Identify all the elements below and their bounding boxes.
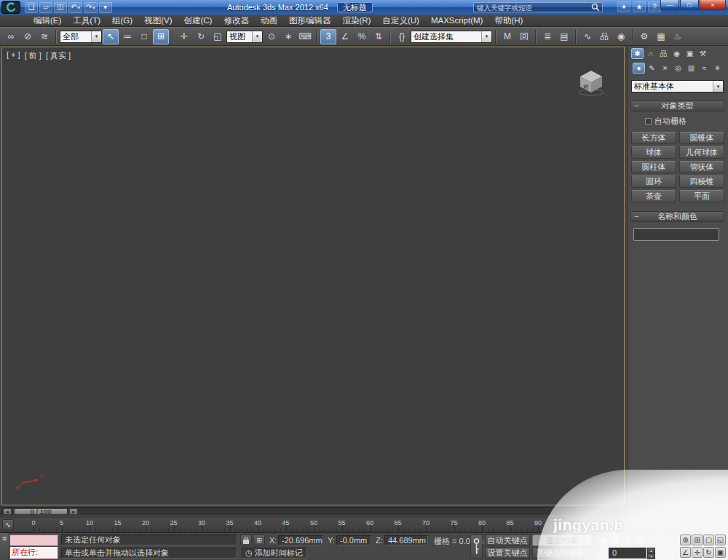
select-and-manipulate-icon[interactable]: ∗ [280, 29, 296, 44]
viewport-shading-menu[interactable]: [ 真实 ] [46, 50, 71, 61]
edit-named-selection-sets-icon[interactable]: {} [394, 29, 410, 44]
tab-display-icon[interactable]: ▣ [684, 48, 696, 59]
current-frame-field[interactable]: 0 [609, 548, 646, 559]
selection-filter-dropdown[interactable]: 全部▾ [60, 31, 102, 43]
time-slider-track[interactable]: ◂ 0 / 100 ▸ [1, 507, 623, 516]
bind-to-space-warp-icon[interactable]: ≋ [36, 29, 52, 44]
tab-utilities-icon[interactable]: ⚒ [697, 48, 709, 59]
tab-modify-icon[interactable]: ∩ [644, 48, 657, 59]
z-coordinate-field[interactable]: 44.689mm [384, 535, 428, 545]
named-selection-sets-dropdown[interactable]: 创建选择集▾ [411, 31, 492, 43]
maxscript-listener-line[interactable]: 所在行: [9, 547, 58, 559]
reference-coordinate-system-dropdown[interactable]: 视图▾ [226, 31, 263, 43]
select-and-scale-icon[interactable]: ◱ [210, 29, 226, 44]
category-lights-icon[interactable]: ☀ [659, 63, 671, 74]
macro-recorder-line[interactable] [9, 535, 58, 546]
primitive-button-pyramid[interactable]: 四棱锥 [679, 176, 724, 188]
select-object-icon[interactable]: ↖ [103, 29, 119, 44]
graphite-modeling-tools-icon[interactable]: ▤ [556, 29, 572, 44]
open-file-button[interactable]: ▱ [39, 2, 52, 13]
primitive-button-sphere[interactable]: 球体 [631, 146, 676, 159]
unlink-selection-icon[interactable]: ⊘ [20, 29, 36, 44]
set-key-mode-toggle[interactable]: 设置关键点 [485, 547, 530, 559]
keyboard-shortcut-override-icon[interactable]: ⌨ [297, 29, 313, 44]
menu-views[interactable]: 视图(V) [138, 15, 178, 26]
primitive-button-cylinder[interactable]: 圆柱体 [631, 161, 676, 173]
project-folder-button[interactable]: ▾ [99, 2, 112, 13]
autogrid-checkbox[interactable] [645, 118, 652, 125]
zoom-extents-icon[interactable]: ▢ [703, 535, 714, 545]
mirror-icon[interactable]: M [499, 29, 515, 44]
primitive-button-plane[interactable]: 平面 [679, 190, 724, 202]
spinner-down-icon[interactable]: ▾ [647, 553, 655, 559]
menu-group[interactable]: 组(G) [106, 15, 138, 26]
search-icon[interactable] [591, 3, 600, 12]
time-slider-handle[interactable]: 0 / 100 [14, 508, 68, 515]
primitive-button-torus[interactable]: 圆环 [631, 176, 676, 188]
set-keys-button[interactable] [470, 535, 483, 559]
window-crossing-icon[interactable]: ⊞ [153, 29, 169, 44]
save-file-button[interactable]: ◫ [54, 2, 67, 13]
object-name-field[interactable] [633, 228, 719, 241]
spinner-snap-icon[interactable]: ⇅ [371, 29, 387, 44]
field-of-view-icon[interactable]: ∠ [680, 547, 691, 558]
menu-modifiers[interactable]: 修改器 [218, 15, 255, 26]
snaps-toggle-3d-icon[interactable]: 3 [320, 29, 336, 44]
category-helpers-icon[interactable]: ▥ [685, 63, 697, 74]
menu-maxscript[interactable]: MAXScript(M) [425, 15, 489, 26]
add-time-tag[interactable]: ◷ 添加时间标记 [242, 548, 307, 559]
menu-help[interactable]: 帮助(H) [488, 15, 529, 26]
menu-create[interactable]: 创建(C) [178, 15, 218, 26]
spinner-up-icon[interactable]: ▴ [647, 548, 655, 553]
auto-key-toggle[interactable]: 自动关键点 [485, 535, 530, 546]
material-editor-icon[interactable]: ◉ [613, 29, 629, 44]
rollout-name-and-color[interactable]: − 名称和颜色 [630, 211, 724, 222]
primitive-button-geosphere[interactable]: 几何球体 [679, 146, 724, 159]
curve-editor-icon[interactable]: ∿ [579, 29, 596, 44]
viewcube[interactable]: 前 [573, 66, 609, 100]
category-geometry-icon[interactable]: ● [633, 63, 645, 74]
layer-manager-icon[interactable]: ≣ [539, 29, 555, 44]
menu-rendering[interactable]: 渲染(R) [336, 15, 376, 26]
minimize-button[interactable]: — [660, 0, 679, 10]
pan-view-icon[interactable]: ✛ [692, 547, 703, 558]
new-scene-button[interactable]: ❏ [25, 2, 38, 13]
rollout-object-type[interactable]: − 对象类型 [630, 100, 724, 111]
render-setup-icon[interactable]: ⚙ [636, 29, 652, 44]
zoom-icon[interactable]: ⊕ [680, 535, 691, 545]
select-and-move-icon[interactable]: ✛ [176, 29, 192, 44]
app-logo-button[interactable] [1, 1, 20, 14]
schematic-view-icon[interactable]: 品 [596, 29, 612, 44]
viewport[interactable]: [ + ] [ 前 ] [ 真实 ] 前 x y [1, 47, 625, 505]
zoom-all-icon[interactable]: ⊞ [692, 535, 703, 545]
select-by-name-icon[interactable]: ≔ [119, 29, 135, 44]
close-button[interactable]: × [700, 0, 726, 10]
use-pivot-point-center-icon[interactable]: ⊙ [264, 29, 280, 44]
selection-lock-toggle[interactable] [240, 535, 252, 545]
tab-create-icon[interactable]: ✱ [631, 48, 644, 59]
maxscript-mini-listener-strip[interactable]: ≣ [0, 533, 9, 560]
percent-snap-icon[interactable]: % [354, 29, 370, 44]
previous-frame-arrow[interactable]: ◂ [3, 508, 12, 515]
frame-spinner[interactable]: ▴ ▾ [647, 548, 655, 559]
open-mini-curve-editor-icon[interactable]: ∿ [2, 519, 14, 530]
y-coordinate-field[interactable]: -0.0mm [336, 535, 371, 545]
category-shapes-icon[interactable]: ✎ [646, 63, 658, 74]
primitive-button-cone[interactable]: 圆锥体 [679, 132, 724, 144]
favorites-icon[interactable]: ★ [633, 1, 646, 12]
absolute-offset-mode-toggle[interactable]: ⊞ [253, 535, 265, 545]
search-input[interactable] [474, 3, 591, 12]
next-frame-arrow[interactable]: ▸ [69, 508, 78, 515]
angle-snap-icon[interactable]: ∠ [337, 29, 353, 44]
viewport-pov-menu[interactable]: [ 前 ] [25, 50, 41, 61]
maximize-button[interactable]: □ [680, 0, 699, 10]
category-systems-icon[interactable]: ✳ [711, 63, 724, 74]
viewport-general-menu[interactable]: [ + ] [7, 50, 20, 61]
zoom-extents-all-icon[interactable]: ◱ [715, 535, 726, 545]
align-icon[interactable]: 回 [516, 29, 532, 44]
menu-animation[interactable]: 动画 [255, 15, 283, 26]
orbit-icon[interactable]: ↻ [703, 547, 714, 558]
category-cameras-icon[interactable]: ◎ [672, 63, 684, 74]
render-production-icon[interactable]: ♨ [670, 29, 686, 44]
primitive-button-teapot[interactable]: 茶壶 [631, 190, 676, 202]
